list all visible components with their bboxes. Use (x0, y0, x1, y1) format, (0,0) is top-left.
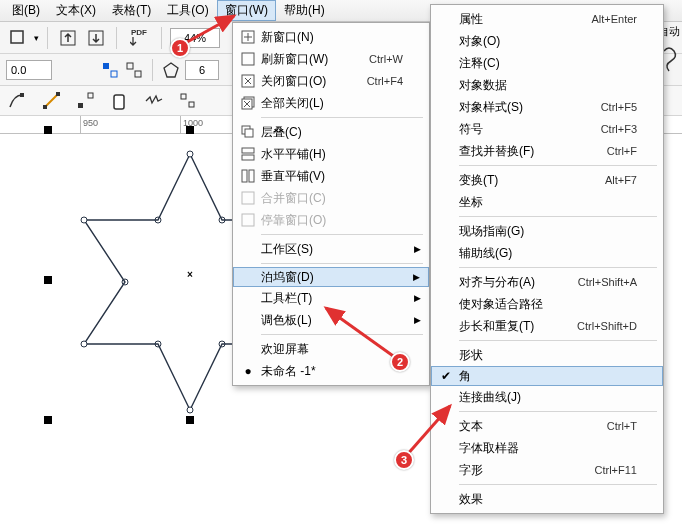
svg-rect-37 (242, 155, 254, 160)
svg-marker-7 (164, 63, 178, 77)
selection-handle[interactable] (44, 276, 52, 284)
svg-rect-11 (78, 103, 83, 108)
menu-text[interactable]: 文本(X) (48, 0, 104, 21)
submenu-arrow-icon: ▶ (414, 293, 421, 303)
svg-point-23 (187, 407, 193, 413)
roughen-tool-icon[interactable] (142, 89, 166, 113)
check-icon: ✔ (435, 366, 457, 386)
annotation-badge-2: 2 (390, 352, 410, 372)
menu-merge-window: 合并窗口(C) (233, 187, 429, 209)
dock-text[interactable]: 文本Ctrl+T (431, 415, 663, 437)
svg-rect-41 (242, 214, 254, 226)
center-marker-icon: × (187, 269, 193, 280)
svg-point-17 (187, 151, 193, 157)
freehand-tool-icon[interactable] (6, 89, 30, 113)
menu-palettes[interactable]: 调色板(L) ▶ (233, 309, 429, 331)
dock-corners[interactable]: ✔角 (431, 366, 663, 386)
svg-rect-30 (242, 53, 254, 65)
menu-graphics[interactable]: 图(B) (4, 0, 48, 21)
menu-cascade[interactable]: 层叠(C) (233, 121, 429, 143)
pdf-export-icon[interactable]: PDF (125, 26, 153, 50)
dock-objects[interactable]: 对象(O) (431, 30, 663, 52)
dock-find-replace[interactable]: 查找并替换(F)Ctrl+F (431, 140, 663, 162)
dock-guides[interactable]: 辅助线(G) (431, 242, 663, 264)
dock-comments[interactable]: 注释(C) (431, 52, 663, 74)
dock-font-sampler[interactable]: 字体取样器 (431, 437, 663, 459)
window-menu-dropdown: 新窗口(N) 刷新窗口(W) Ctrl+W 关闭窗口(O) Ctrl+F4 全部… (232, 22, 430, 386)
dock-symbols[interactable]: 符号Ctrl+F3 (431, 118, 663, 140)
dock-effects[interactable]: 效果 (431, 488, 663, 510)
menu-help[interactable]: 帮助(H) (276, 0, 333, 21)
menu-workspace[interactable]: 工作区(S) ▶ (233, 238, 429, 260)
svg-rect-38 (242, 170, 247, 182)
dock-icon (237, 210, 259, 230)
menu-table[interactable]: 表格(T) (104, 0, 159, 21)
menu-dockers[interactable]: 泊坞窗(D) ▶ (233, 267, 429, 287)
svg-rect-15 (189, 102, 194, 107)
submenu-arrow-icon: ▶ (414, 315, 421, 325)
svg-rect-8 (20, 93, 24, 97)
selection-handle[interactable] (186, 416, 194, 424)
bounding-tool-icon[interactable] (176, 89, 200, 113)
menu-window[interactable]: 窗口(W) (217, 0, 276, 21)
ruler-label: 950 (83, 118, 98, 128)
dock-glyphs[interactable]: 字形Ctrl+F11 (431, 459, 663, 481)
dock-align-dist[interactable]: 对齐与分布(A)Ctrl+Shift+A (431, 271, 663, 293)
svg-point-25 (81, 341, 87, 347)
submenu-arrow-icon: ▶ (414, 244, 421, 254)
menu-tools[interactable]: 工具(O) (159, 0, 216, 21)
dock-shape[interactable]: 形状 (431, 344, 663, 366)
coord-input[interactable]: 0.0 (6, 60, 52, 80)
bezier-tool-icon[interactable] (40, 89, 64, 113)
eraser-tool-icon[interactable] (108, 89, 132, 113)
close-window-icon (237, 71, 259, 91)
dock-properties[interactable]: 属性Alt+Enter (431, 8, 663, 30)
svg-rect-0 (11, 31, 23, 43)
menu-tile-h[interactable]: 水平平铺(H) (233, 143, 429, 165)
close-all-icon (237, 93, 259, 113)
tile-v-icon (237, 166, 259, 186)
new-window-icon (237, 27, 259, 47)
node-tool-icon[interactable] (74, 89, 98, 113)
svg-rect-39 (249, 170, 254, 182)
menu-toolbars[interactable]: 工具栏(T) ▶ (233, 287, 429, 309)
snap-node-outline-icon[interactable] (124, 60, 144, 80)
dock-step-repeat[interactable]: 步长和重复(T)Ctrl+Shift+D (431, 315, 663, 337)
menu-tile-v[interactable]: 垂直平铺(V) (233, 165, 429, 187)
dock-fit-path[interactable]: 使对象适合路径 (431, 293, 663, 315)
snap-node-blue-icon[interactable] (100, 60, 120, 80)
svg-rect-3 (103, 63, 109, 69)
menu-close-window[interactable]: 关闭窗口(O) Ctrl+F4 (233, 70, 429, 92)
menu-new-window[interactable]: 新窗口(N) (233, 26, 429, 48)
svg-rect-40 (242, 192, 254, 204)
svg-rect-10 (56, 92, 60, 96)
svg-rect-9 (43, 105, 47, 109)
rectangle-icon[interactable] (6, 26, 30, 50)
dock-live-guide[interactable]: 现场指南(G) (431, 220, 663, 242)
svg-rect-6 (135, 71, 141, 77)
selection-handle[interactable] (44, 416, 52, 424)
annotation-badge-1: 1 (170, 38, 190, 58)
sides-input[interactable]: 6 (185, 60, 219, 80)
annotation-badge-3: 3 (394, 450, 414, 470)
bullet-icon: ● (237, 361, 259, 381)
dock-transform[interactable]: 变换(T)Alt+F7 (431, 169, 663, 191)
dockers-submenu: 属性Alt+Enter 对象(O) 注释(C) 对象数据 对象样式(S)Ctrl… (430, 4, 664, 514)
svg-rect-14 (181, 94, 186, 99)
menu-close-all[interactable]: 全部关闭(L) (233, 92, 429, 114)
dock-coordinates[interactable]: 坐标 (431, 191, 663, 213)
dock-object-data[interactable]: 对象数据 (431, 74, 663, 96)
polygon-icon[interactable] (161, 60, 181, 80)
publish-up-icon[interactable] (56, 26, 80, 50)
dock-join-curves[interactable]: 连接曲线(J) (431, 386, 663, 408)
publish-down-icon[interactable] (84, 26, 108, 50)
tile-h-icon (237, 144, 259, 164)
menu-dock-window: 停靠窗口(O) (233, 209, 429, 231)
dock-object-styles[interactable]: 对象样式(S)Ctrl+F5 (431, 96, 663, 118)
selection-handle[interactable] (44, 126, 52, 134)
menu-refresh-window[interactable]: 刷新窗口(W) Ctrl+W (233, 48, 429, 70)
refresh-icon (237, 49, 259, 69)
cascade-icon (237, 122, 259, 142)
selection-handle[interactable] (186, 126, 194, 134)
svg-rect-13 (114, 95, 124, 109)
